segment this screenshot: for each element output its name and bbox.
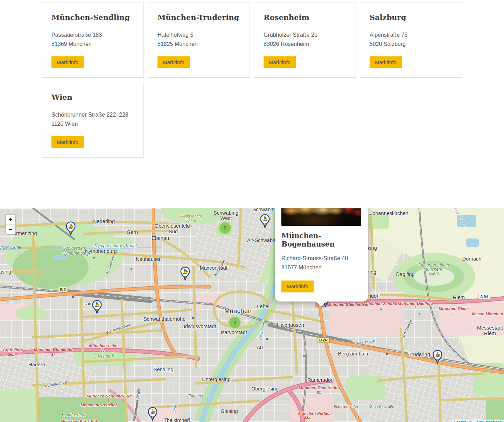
store-title: Rosenheim (264, 13, 346, 22)
map-label: Maxvorstadt (200, 265, 227, 271)
store-marker[interactable]: b (260, 214, 270, 228)
marktinfo-button[interactable]: Marktinfo (264, 56, 296, 68)
map-label: Westendstraße (106, 322, 131, 335)
map-label: Schwabing (253, 208, 278, 212)
map-attribution: Leaflet | © OpenStreetMap (452, 420, 504, 422)
map-label: Schwanthalerhöhe (144, 316, 186, 322)
map-label: Ebenau (152, 235, 169, 241)
store-card: Salzburg Alpenstraße 755020 Salzburg Mar… (360, 2, 462, 78)
map-label: 2 (380, 306, 382, 310)
osm-link[interactable]: OpenStreetMap (474, 420, 502, 422)
map-label: München-Kreuzhof (80, 403, 117, 407)
map-label: München-Steinhausen (327, 302, 370, 306)
map-label: Nederling (93, 219, 115, 224)
map-label-layer: ObermenzingNederlingGernEbenauOberwiesen… (0, 208, 504, 422)
marktinfo-button[interactable]: Marktinfo (370, 56, 402, 68)
popup-marktinfo-button[interactable]: Marktinfo (281, 281, 314, 292)
store-address: Schönbrunner Straße 222–2281120 Wien (51, 110, 134, 129)
store-address: Alpenstraße 755020 Salzburg (370, 30, 452, 49)
map-label: Hadern (28, 362, 45, 367)
map-label: Ramersdorf (307, 377, 334, 383)
store-card: Wien Schönbrunner Straße 222–2281120 Wie… (42, 82, 144, 158)
pin-icon: b (433, 350, 442, 364)
svg-text:b: b (183, 268, 187, 275)
store-card: München-Trudering Hafelhofweg 581825 Mün… (148, 2, 250, 78)
store-marker[interactable]: b (148, 407, 158, 421)
map-label: Neuhausen (136, 256, 162, 262)
map-label: Süd (169, 229, 178, 234)
map-label: Kreillerstraße (353, 339, 375, 346)
store-marker[interactable]: b (66, 221, 76, 236)
map-label: Waldfriedhof (62, 413, 85, 417)
road-badge: B 2R (317, 337, 330, 343)
store-marker[interactable]: b (92, 300, 102, 314)
map-label: Lehel (257, 304, 269, 309)
svg-text:b: b (95, 302, 99, 308)
map-label: Riem (484, 331, 496, 336)
store-title: München-Sendling (51, 13, 134, 22)
store-card: München-Sendling Passauerstraße 18381369… (42, 2, 144, 78)
pin-icon: b (180, 267, 190, 281)
map-label: Messe München (472, 312, 503, 316)
store-marker[interactable]: b (433, 350, 442, 364)
store-marker[interactable]: b (180, 267, 190, 281)
store-address: Grubholzer Straße 2b83026 Rosenheim (264, 30, 346, 49)
map-label: Wurmtalstraße (44, 380, 68, 388)
map-label: Au (257, 345, 263, 350)
pin-icon: b (148, 407, 158, 421)
zoom-out-button[interactable]: − (6, 224, 15, 234)
map-label: Obergiesing (251, 386, 279, 392)
map-label: Johanneskirchen (370, 210, 408, 216)
marktinfo-button[interactable]: Marktinfo (158, 56, 190, 68)
popup-title: München-Bogenhausen (281, 231, 361, 248)
map-label: München-Perlach (298, 411, 332, 415)
pin-icon: b (260, 214, 270, 228)
map-label: Nymphenburg (85, 248, 117, 254)
map-label: Sendling (154, 367, 173, 372)
cluster-count: 2 (219, 222, 231, 234)
marker-cluster[interactable]: 2 (218, 221, 232, 235)
marker-cluster[interactable]: 2 (227, 315, 242, 330)
map-label: Grafelfing (3, 348, 22, 352)
map-label: Thalkirchen (164, 417, 190, 422)
pin-icon: b (66, 221, 76, 236)
store-photo (281, 208, 361, 226)
map-label: West (220, 215, 232, 221)
road-badge: A 94 (478, 294, 490, 299)
map-label: Dornach (462, 256, 482, 262)
map-label: Trudering (408, 352, 430, 357)
map-label: 92a (304, 415, 310, 420)
map-label: 91 (317, 390, 321, 394)
store-map[interactable]: ObermenzingNederlingGernEbenauOberwiesen… (0, 208, 504, 422)
map-label: Fürstenrieder Straße (132, 387, 141, 422)
map-label: München-Kreuzhof (61, 419, 97, 422)
map-label: Westpark (96, 354, 114, 359)
map-label: Schatzbogen (401, 318, 414, 339)
popup-address: Richard-Strauss-Straße 4881677 München (281, 254, 361, 272)
map-label: München-Riem (439, 306, 468, 311)
map-label: Gern (127, 229, 138, 235)
map-label: Isarvorstadt (220, 330, 247, 335)
map-label: München-Ramersdorf (299, 386, 341, 390)
leaflet-link[interactable]: Leaflet (454, 420, 466, 422)
map-label: Riem (429, 271, 439, 276)
pin-icon: b (92, 300, 102, 314)
map-label: Ludwigsvorstadt (180, 324, 216, 329)
marktinfo-button[interactable]: Marktinfo (51, 136, 84, 148)
map-popup: München-Bogenhausen Richard-Strauss-Stra… (275, 208, 368, 302)
map-label: Nymphenburg (62, 251, 89, 256)
map-label: Ständlerstraße (334, 404, 358, 409)
store-card-grid: München-Sendling Passauerstraße 18381369… (42, 2, 463, 158)
map-label: Olympiaberg (180, 214, 202, 218)
map-label: München-Sendling-Süd (87, 394, 132, 398)
svg-text:b: b (263, 216, 267, 222)
map-label: Schlosspark (63, 246, 86, 251)
map-label: 5 (452, 311, 454, 315)
marktinfo-button[interactable]: Marktinfo (51, 56, 84, 68)
map-label: 38 (100, 348, 105, 352)
map-label: Untergiesing (202, 376, 230, 382)
map-label: Schwabing- (214, 210, 240, 216)
svg-text:b: b (150, 409, 155, 415)
zoom-in-button[interactable]: + (6, 215, 15, 224)
svg-text:b: b (69, 223, 73, 230)
